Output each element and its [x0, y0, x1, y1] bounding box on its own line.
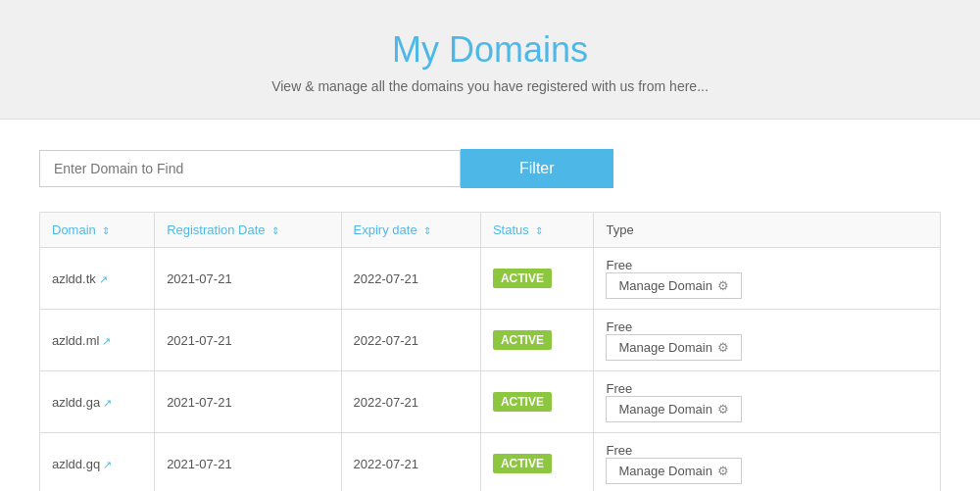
- manage-domain-label: Manage Domain: [618, 402, 711, 417]
- cell-exp-date: 2022-07-21: [341, 433, 480, 492]
- external-link-icon[interactable]: ↗: [103, 459, 112, 470]
- manage-domain-label: Manage Domain: [618, 464, 711, 478]
- content-section: Filter Domain ⇕ Registration Date ⇕ Expi…: [0, 120, 980, 491]
- header-section: My Domains View & manage all the domains…: [0, 0, 980, 120]
- gear-icon: ⚙: [717, 464, 729, 478]
- sort-icon-domain: ⇕: [102, 225, 110, 236]
- cell-type: Free Manage Domain ⚙: [594, 433, 941, 492]
- domain-search-input[interactable]: [39, 150, 461, 187]
- col-type: Type: [594, 213, 941, 248]
- table-row: azldd.ml↗2021-07-212022-07-21ACTIVE Free…: [40, 310, 941, 371]
- cell-type: Free Manage Domain ⚙: [594, 310, 941, 371]
- cell-status: ACTIVE: [480, 310, 594, 371]
- manage-domain-button[interactable]: Manage Domain ⚙: [606, 272, 741, 299]
- cell-type: Free Manage Domain ⚙: [594, 248, 941, 310]
- type-value: Free: [606, 381, 632, 396]
- cell-domain: azldd.ga↗: [40, 371, 155, 433]
- type-value: Free: [606, 443, 632, 458]
- cell-exp-date: 2022-07-21: [341, 310, 480, 371]
- status-badge: ACTIVE: [493, 269, 552, 288]
- col-exp-date-label: Expiry date: [354, 222, 417, 237]
- cell-reg-date: 2021-07-21: [155, 371, 341, 433]
- table-row: azldd.tk↗2021-07-212022-07-21ACTIVE Free…: [40, 248, 941, 310]
- cell-exp-date: 2022-07-21: [341, 248, 480, 310]
- gear-icon: ⚙: [717, 278, 729, 293]
- cell-reg-date: 2021-07-21: [155, 248, 341, 310]
- domain-name: azldd.gq: [52, 457, 100, 471]
- status-badge: ACTIVE: [493, 454, 552, 473]
- cell-type: Free Manage Domain ⚙: [594, 371, 941, 433]
- status-badge: ACTIVE: [493, 330, 552, 350]
- gear-icon: ⚙: [717, 340, 729, 355]
- col-domain[interactable]: Domain ⇕: [40, 213, 155, 248]
- col-status[interactable]: Status ⇕: [480, 213, 594, 248]
- external-link-icon[interactable]: ↗: [102, 335, 111, 347]
- manage-domain-button[interactable]: Manage Domain ⚙: [606, 334, 741, 361]
- col-expiry-date[interactable]: Expiry date ⇕: [341, 213, 480, 248]
- col-reg-date-label: Registration Date: [167, 222, 265, 237]
- table-body: azldd.tk↗2021-07-212022-07-21ACTIVE Free…: [40, 248, 941, 492]
- cell-reg-date: 2021-07-21: [155, 310, 341, 371]
- manage-domain-button[interactable]: Manage Domain ⚙: [606, 396, 741, 422]
- manage-domain-label: Manage Domain: [618, 340, 711, 355]
- sort-icon-exp-date: ⇕: [423, 225, 431, 236]
- col-status-label: Status: [493, 222, 529, 237]
- table-row: azldd.ga↗2021-07-212022-07-21ACTIVE Free…: [40, 371, 941, 433]
- table-row: azldd.gq↗2021-07-212022-07-21ACTIVE Free…: [40, 433, 941, 492]
- domain-name: azldd.tk: [52, 271, 96, 286]
- domain-name: azldd.ga: [52, 395, 100, 410]
- page-title: My Domains: [20, 29, 960, 71]
- gear-icon: ⚙: [717, 402, 729, 417]
- domain-name: azldd.ml: [52, 333, 99, 348]
- manage-domain-button[interactable]: Manage Domain ⚙: [606, 458, 741, 484]
- cell-domain: azldd.tk↗: [40, 248, 155, 310]
- cell-reg-date: 2021-07-21: [155, 433, 341, 492]
- table-header: Domain ⇕ Registration Date ⇕ Expiry date…: [40, 213, 941, 248]
- cell-status: ACTIVE: [480, 248, 594, 310]
- cell-exp-date: 2022-07-21: [341, 371, 480, 433]
- type-value: Free: [606, 258, 632, 272]
- cell-domain: azldd.ml↗: [40, 310, 155, 371]
- col-registration-date[interactable]: Registration Date ⇕: [155, 213, 341, 248]
- status-badge: ACTIVE: [493, 392, 552, 412]
- type-value: Free: [606, 319, 632, 334]
- domain-table: Domain ⇕ Registration Date ⇕ Expiry date…: [39, 212, 941, 491]
- external-link-icon[interactable]: ↗: [103, 397, 112, 409]
- col-type-label: Type: [606, 222, 633, 237]
- external-link-icon[interactable]: ↗: [99, 273, 108, 285]
- cell-status: ACTIVE: [480, 371, 594, 433]
- sort-icon-reg-date: ⇕: [271, 225, 279, 236]
- sort-icon-status: ⇕: [535, 225, 543, 236]
- filter-button[interactable]: Filter: [461, 149, 613, 188]
- filter-row: Filter: [39, 149, 941, 188]
- manage-domain-label: Manage Domain: [618, 278, 711, 293]
- cell-domain: azldd.gq↗: [40, 433, 155, 492]
- cell-status: ACTIVE: [480, 433, 594, 492]
- col-domain-label: Domain: [52, 222, 96, 237]
- page-subtitle: View & manage all the domains you have r…: [20, 78, 960, 94]
